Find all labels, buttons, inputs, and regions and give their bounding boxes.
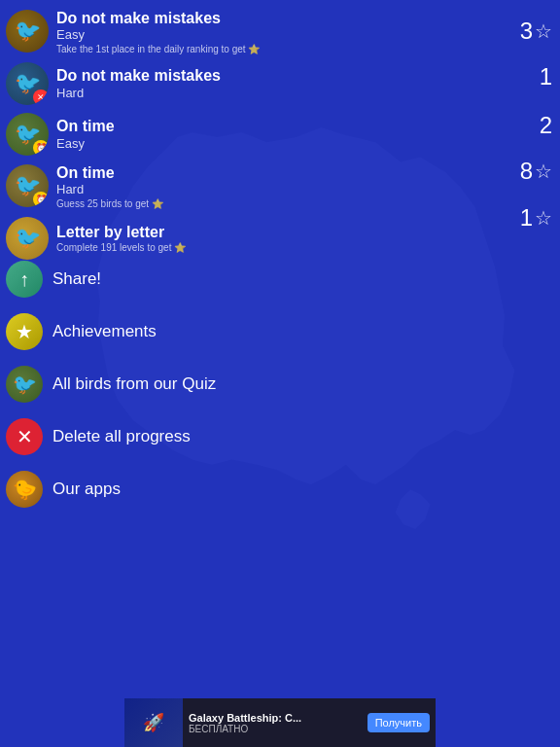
bottom-icon-achievements: ★ — [6, 313, 43, 350]
menu-item-title-on_time_easy: On time — [56, 117, 266, 135]
bottom-item-our_apps[interactable]: 🐤Our apps — [0, 463, 253, 516]
score-number-on_time_easy: 2 — [540, 112, 552, 139]
star-icon-no_mistakes_easy: ☆ — [535, 19, 552, 43]
bottom-item-delete_progress[interactable]: ✕Delete all progress — [0, 410, 253, 463]
bird-avatar-on_time_easy: 🐦⏰ — [6, 113, 49, 156]
menu-item-title-letter_by_letter: Letter by letter — [56, 223, 266, 241]
menu-item-subtitle-on_time_hard: Hard — [56, 182, 266, 197]
bottom-item-all_birds[interactable]: 🐦All birds from our Quiz — [0, 358, 253, 410]
bottom-label-share: Share! — [52, 269, 101, 289]
menu-item-text-no_mistakes_easy: Do not make mistakesEasyTake the 1st pla… — [56, 9, 266, 54]
menu-item-subtitle-no_mistakes_hard: Hard — [56, 86, 266, 101]
menu-item-on_time_easy[interactable]: 🐦⏰On timeEasy — [0, 109, 272, 160]
score-number-no_mistakes_hard: 1 — [540, 63, 552, 90]
bottom-label-delete_progress: Delete all progress — [52, 427, 191, 446]
menu-item-text-on_time_hard: On timeHardGuess 25 birds to get ⭐ — [56, 163, 266, 209]
menu-item-title-no_mistakes_easy: Do not make mistakes — [56, 9, 266, 27]
ad-banner[interactable]: 🚀 Galaxy Battleship: C... БЕСПЛАТНО Полу… — [124, 698, 436, 747]
ad-image: 🚀 — [124, 698, 183, 747]
bird-avatar-no_mistakes_easy: 🐦 — [6, 10, 49, 53]
score-number-letter_by_letter: 1 — [520, 204, 533, 231]
ad-title: Galaxy Battleship: C... — [189, 712, 362, 724]
score-badge-no_mistakes_easy: 3☆ — [520, 18, 552, 45]
menu-item-title-on_time_hard: On time — [56, 163, 266, 182]
menu-item-no_mistakes_hard[interactable]: 🐦✕Do not make mistakesHard — [0, 58, 272, 109]
bottom-label-all_birds: All birds from our Quiz — [52, 374, 216, 394]
bottom-item-achievements[interactable]: ★Achievements — [0, 305, 253, 358]
menu-item-hint-no_mistakes_easy: Take the 1st place in the daily ranking … — [56, 44, 266, 54]
bottom-icon-our_apps: 🐤 — [6, 471, 43, 508]
bottom-icon-share: ↑ — [6, 261, 43, 298]
menu-item-text-letter_by_letter: Letter by letterComplete 191 levels to g… — [56, 223, 266, 253]
menu-item-hint-letter_by_letter: Complete 191 levels to get ⭐ — [56, 242, 266, 253]
bottom-label-achievements: Achievements — [52, 322, 157, 341]
menu-item-text-on_time_easy: On timeEasy — [56, 117, 266, 151]
clock-badge: ⏰ — [33, 140, 49, 156]
menu-item-no_mistakes_easy[interactable]: 🐦Do not make mistakesEasyTake the 1st pl… — [0, 5, 272, 58]
menu-item-hint-on_time_hard: Guess 25 birds to get ⭐ — [56, 198, 266, 209]
bottom-item-share[interactable]: ↑Share! — [0, 253, 253, 305]
score-badge-on_time_easy: 2 — [540, 112, 552, 139]
score-badge-no_mistakes_hard: 1 — [540, 63, 552, 90]
star-icon-on_time_hard: ☆ — [535, 160, 552, 183]
menu-item-subtitle-no_mistakes_easy: Easy — [56, 27, 266, 43]
clock-badge: ⏰ — [33, 192, 49, 207]
bird-avatar-on_time_hard: 🐦⏰ — [6, 164, 49, 207]
menu-item-title-no_mistakes_hard: Do not make mistakes — [56, 66, 266, 85]
x-badge: ✕ — [33, 89, 49, 105]
menu-item-on_time_hard[interactable]: 🐦⏰On timeHardGuess 25 birds to get ⭐ — [0, 160, 272, 213]
ad-get-button[interactable]: Получить — [368, 713, 430, 732]
ad-text-area: Galaxy Battleship: C... БЕСПЛАТНО — [183, 708, 368, 738]
bottom-icon-all_birds: 🐦 — [6, 366, 43, 403]
bottom-icon-delete_progress: ✕ — [6, 418, 43, 455]
score-badge-letter_by_letter: 1☆ — [520, 204, 552, 231]
score-number-on_time_hard: 8 — [520, 158, 533, 185]
menu-item-text-no_mistakes_hard: Do not make mistakesHard — [56, 66, 266, 100]
bottom-label-our_apps: Our apps — [52, 480, 121, 499]
star-icon-letter_by_letter: ☆ — [535, 206, 552, 230]
score-badge-on_time_hard: 8☆ — [520, 158, 552, 185]
bottom-menu: ↑Share!★Achievements🐦All birds from our … — [0, 253, 253, 516]
menu-item-subtitle-on_time_easy: Easy — [56, 136, 266, 152]
ad-subtitle: БЕСПЛАТНО — [189, 724, 362, 734]
bird-avatar-no_mistakes_hard: 🐦✕ — [6, 62, 49, 105]
menu-list: 🐦Do not make mistakesEasyTake the 1st pl… — [0, 0, 272, 264]
score-number-no_mistakes_easy: 3 — [520, 18, 533, 45]
